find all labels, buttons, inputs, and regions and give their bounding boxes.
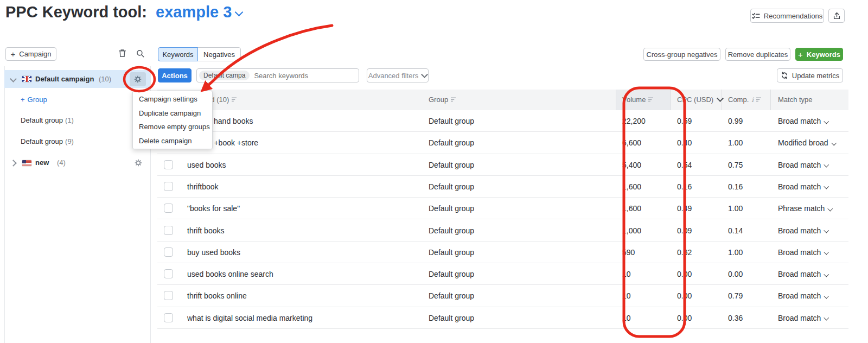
match-type-dropdown[interactable]: Modified broad <box>778 132 835 154</box>
sidebar-item-new-campaign[interactable]: new (4) <box>4 155 150 170</box>
competition-cell: 0.14 <box>728 220 743 242</box>
cpc-cell: 0.09 <box>677 220 692 242</box>
campaign-label: new <box>35 155 49 170</box>
table-row: second hand books Default group 22,200 0… <box>157 110 848 132</box>
chevron-right-icon[interactable] <box>10 160 17 167</box>
chevron-down-icon <box>828 206 833 211</box>
match-type-dropdown[interactable]: Broad match <box>778 263 828 285</box>
chevron-down-icon <box>824 118 829 123</box>
menu-item-remove-empty-groups[interactable]: Remove empty groups <box>133 120 212 134</box>
volume-cell: 10 <box>622 285 631 307</box>
add-group-button[interactable]: +Group <box>21 93 47 106</box>
competition-cell: 1.00 <box>728 242 743 263</box>
tab-keywords[interactable]: Keywords <box>158 47 198 61</box>
keyword-cell[interactable]: thrift books <box>187 220 224 242</box>
tab-keywords-label: Keywords <box>162 50 193 59</box>
keyword-cell[interactable]: used books online search <box>187 263 273 285</box>
keyword-cell[interactable]: what is digital social media marketing <box>187 307 312 329</box>
campaign-context-menu: Campaign settings Duplicate campaign Rem… <box>132 91 213 149</box>
group-count: (1) <box>65 116 74 124</box>
table-body: second hand books Default group 22,200 0… <box>157 0 848 343</box>
volume-cell: 5,400 <box>622 154 641 176</box>
match-type-dropdown[interactable]: Broad match <box>778 285 828 307</box>
campaign-count: (10) <box>99 70 111 88</box>
table-row: thrift books Default group 1,000 0.09 0.… <box>157 220 848 242</box>
page-title-text: PPC Keyword tool: <box>5 3 147 21</box>
search-icon <box>136 49 144 58</box>
chevron-down-icon <box>824 228 829 233</box>
gear-icon <box>134 75 142 83</box>
sidebar-item-default-group-9[interactable]: Default group(9) <box>21 135 74 148</box>
row-checkbox[interactable] <box>164 291 173 300</box>
chevron-down-icon <box>824 271 829 276</box>
chevron-down-icon <box>824 315 829 320</box>
chevron-down-icon <box>824 184 829 189</box>
competition-cell: 1.00 <box>728 132 743 154</box>
row-checkbox[interactable] <box>164 226 173 235</box>
volume-cell: 590 <box>622 242 635 263</box>
volume-cell: 1,600 <box>622 198 641 219</box>
group-cell: Default group <box>429 176 474 198</box>
table-row: what is digital social media marketing D… <box>157 307 848 329</box>
campaign-count: (4) <box>57 155 66 170</box>
table-row: thrift books online Default group 10 0.0… <box>157 285 848 307</box>
group-cell: Default group <box>429 242 474 263</box>
volume-cell: 22,200 <box>622 110 646 132</box>
volume-cell: 6,600 <box>622 132 641 154</box>
volume-cell: 1,000 <box>622 220 641 242</box>
match-type-dropdown[interactable]: Broad match <box>778 220 828 242</box>
group-cell: Default group <box>429 220 474 242</box>
group-cell: Default group <box>429 285 474 307</box>
table-row: used books Default group 5,400 0.54 0.75… <box>157 154 848 176</box>
keyword-cell[interactable]: thrift books online <box>187 285 247 307</box>
chevron-down-icon <box>824 162 829 167</box>
match-type-dropdown[interactable]: Broad match <box>778 307 828 329</box>
row-checkbox[interactable] <box>164 247 173 257</box>
cpc-cell: 0.59 <box>677 110 692 132</box>
keyword-cell[interactable]: used books <box>187 154 226 176</box>
sidebar-left-border <box>4 66 5 343</box>
match-type-dropdown[interactable]: Broad match <box>778 176 828 198</box>
row-checkbox[interactable] <box>164 182 173 191</box>
uk-flag-icon <box>22 76 31 82</box>
gear-icon <box>135 159 142 167</box>
menu-item-campaign-settings[interactable]: Campaign settings <box>133 92 212 106</box>
volume-cell: 10 <box>622 307 631 329</box>
menu-item-delete-campaign[interactable]: Delete campaign <box>133 134 212 148</box>
competition-cell: 0.75 <box>728 154 743 176</box>
match-type-dropdown[interactable]: Broad match <box>778 154 828 176</box>
group-cell: Default group <box>429 307 474 329</box>
row-checkbox[interactable] <box>164 269 173 278</box>
volume-cell: 1,600 <box>622 176 641 198</box>
cpc-cell: 0.54 <box>677 154 692 176</box>
table-row: buy used books Default group 590 0.62 1.… <box>157 242 848 263</box>
menu-item-duplicate-campaign[interactable]: Duplicate campaign <box>133 106 212 120</box>
campaign-settings-gear-button[interactable] <box>130 72 146 86</box>
match-type-dropdown[interactable]: Broad match <box>778 110 828 132</box>
keyword-cell[interactable]: "books for sale" <box>187 198 240 219</box>
chevron-down-icon[interactable] <box>10 75 17 82</box>
group-cell: Default group <box>429 132 474 154</box>
cpc-cell: 0.00 <box>677 285 692 307</box>
keyword-cell[interactable]: buy used books <box>187 242 240 263</box>
row-checkbox[interactable] <box>164 204 173 213</box>
table-row: used books online search Default group 1… <box>157 263 848 285</box>
campaign-settings-gear-button[interactable] <box>135 159 142 167</box>
competition-cell: 0.16 <box>728 176 743 198</box>
add-group-label: Group <box>28 96 47 104</box>
sidebar-item-default-group-1[interactable]: Default group(1) <box>21 114 74 127</box>
delete-button[interactable] <box>118 49 126 60</box>
group-count: (9) <box>65 137 74 145</box>
row-checkbox[interactable] <box>164 313 173 322</box>
keyword-cell[interactable]: thriftbook <box>187 176 219 198</box>
row-checkbox[interactable] <box>164 160 173 169</box>
competition-cell: 0.99 <box>728 110 743 132</box>
table-row: "books for sale" Default group 1,600 0.4… <box>157 198 848 219</box>
group-label: Default group <box>21 116 63 124</box>
competition-cell: 0.36 <box>728 307 743 329</box>
sidebar-search-button[interactable] <box>136 49 144 60</box>
sidebar-item-default-campaign[interactable]: Default campaign (10) <box>4 70 150 88</box>
match-type-dropdown[interactable]: Phrase match <box>778 198 832 219</box>
match-type-dropdown[interactable]: Broad match <box>778 242 828 263</box>
add-campaign-button[interactable]: + Campaign <box>5 47 56 61</box>
